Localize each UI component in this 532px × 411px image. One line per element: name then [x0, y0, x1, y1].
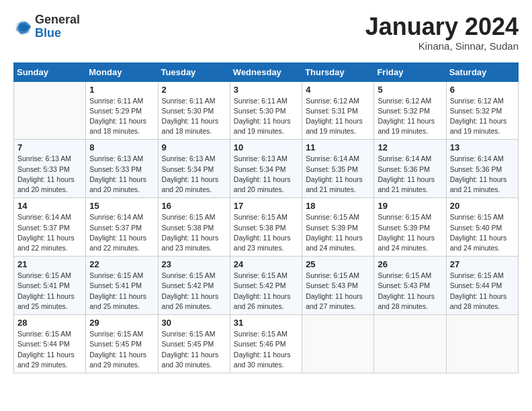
calendar-cell: 2Sunrise: 6:11 AMSunset: 5:30 PMDaylight… [158, 81, 230, 140]
calendar-cell: 22Sunrise: 6:15 AMSunset: 5:41 PMDayligh… [86, 257, 158, 315]
day-info: Sunrise: 6:12 AMSunset: 5:32 PMDaylight:… [450, 96, 515, 137]
calendar-cell: 5Sunrise: 6:12 AMSunset: 5:32 PMDaylight… [374, 81, 446, 140]
calendar-week-row: 28Sunrise: 6:15 AMSunset: 5:44 PMDayligh… [14, 315, 519, 373]
calendar-cell: 8Sunrise: 6:13 AMSunset: 5:33 PMDaylight… [86, 140, 158, 198]
page-header: General Blue January 2024 Kinana, Sinnar… [13, 13, 519, 52]
calendar-cell: 23Sunrise: 6:15 AMSunset: 5:42 PMDayligh… [158, 257, 230, 315]
day-number: 20 [450, 201, 515, 211]
day-number: 14 [17, 201, 82, 211]
calendar-cell: 7Sunrise: 6:13 AMSunset: 5:33 PMDaylight… [14, 140, 86, 198]
logo-general: General [35, 13, 80, 27]
logo: General Blue [13, 13, 80, 40]
calendar-cell: 6Sunrise: 6:12 AMSunset: 5:32 PMDaylight… [446, 81, 518, 140]
weekday-header: Saturday [446, 62, 518, 81]
day-info: Sunrise: 6:14 AMSunset: 5:35 PMDaylight:… [306, 154, 370, 195]
day-info: Sunrise: 6:15 AMSunset: 5:44 PMDaylight:… [450, 271, 515, 312]
calendar-cell [14, 81, 86, 140]
day-number: 25 [306, 259, 370, 269]
day-info: Sunrise: 6:15 AMSunset: 5:46 PMDaylight:… [234, 329, 298, 370]
day-info: Sunrise: 6:13 AMSunset: 5:34 PMDaylight:… [234, 154, 298, 195]
day-info: Sunrise: 6:13 AMSunset: 5:33 PMDaylight:… [17, 154, 82, 195]
calendar-cell: 31Sunrise: 6:15 AMSunset: 5:46 PMDayligh… [230, 315, 302, 373]
day-info: Sunrise: 6:15 AMSunset: 5:44 PMDaylight:… [17, 329, 82, 370]
calendar-cell: 13Sunrise: 6:14 AMSunset: 5:36 PMDayligh… [446, 140, 518, 198]
weekday-header: Monday [86, 62, 158, 81]
day-info: Sunrise: 6:15 AMSunset: 5:39 PMDaylight:… [378, 212, 442, 253]
logo-text: General Blue [35, 13, 80, 40]
day-number: 19 [378, 201, 442, 211]
day-info: Sunrise: 6:13 AMSunset: 5:34 PMDaylight:… [162, 154, 226, 195]
day-info: Sunrise: 6:11 AMSunset: 5:29 PMDaylight:… [89, 96, 154, 137]
calendar-header-row: SundayMondayTuesdayWednesdayThursdayFrid… [14, 62, 519, 81]
calendar-week-row: 14Sunrise: 6:14 AMSunset: 5:37 PMDayligh… [14, 198, 519, 257]
title-block: January 2024 Kinana, Sinnar, Sudan [365, 13, 519, 52]
day-number: 28 [17, 318, 82, 328]
calendar-cell: 30Sunrise: 6:15 AMSunset: 5:45 PMDayligh… [158, 315, 230, 373]
day-info: Sunrise: 6:15 AMSunset: 5:42 PMDaylight:… [234, 271, 298, 312]
calendar-cell: 15Sunrise: 6:14 AMSunset: 5:37 PMDayligh… [86, 198, 158, 257]
calendar-cell: 1Sunrise: 6:11 AMSunset: 5:29 PMDaylight… [86, 81, 158, 140]
day-info: Sunrise: 6:15 AMSunset: 5:40 PMDaylight:… [450, 212, 515, 253]
day-info: Sunrise: 6:15 AMSunset: 5:39 PMDaylight:… [306, 212, 370, 253]
calendar-cell: 17Sunrise: 6:15 AMSunset: 5:38 PMDayligh… [230, 198, 302, 257]
calendar-cell: 18Sunrise: 6:15 AMSunset: 5:39 PMDayligh… [302, 198, 374, 257]
calendar-cell: 14Sunrise: 6:14 AMSunset: 5:37 PMDayligh… [14, 198, 86, 257]
day-number: 7 [17, 142, 82, 152]
calendar-cell: 20Sunrise: 6:15 AMSunset: 5:40 PMDayligh… [446, 198, 518, 257]
day-info: Sunrise: 6:14 AMSunset: 5:37 PMDaylight:… [17, 212, 82, 253]
day-number: 30 [162, 318, 226, 328]
day-number: 21 [17, 259, 82, 269]
day-info: Sunrise: 6:11 AMSunset: 5:30 PMDaylight:… [234, 96, 298, 137]
calendar-cell: 12Sunrise: 6:14 AMSunset: 5:36 PMDayligh… [374, 140, 446, 198]
day-info: Sunrise: 6:15 AMSunset: 5:43 PMDaylight:… [378, 271, 442, 312]
month-title: January 2024 [365, 13, 519, 40]
day-info: Sunrise: 6:12 AMSunset: 5:32 PMDaylight:… [378, 96, 442, 137]
calendar-cell [302, 315, 374, 373]
weekday-header: Wednesday [230, 62, 302, 81]
day-number: 12 [378, 142, 442, 152]
day-info: Sunrise: 6:11 AMSunset: 5:30 PMDaylight:… [162, 96, 226, 137]
day-number: 2 [162, 85, 226, 95]
day-info: Sunrise: 6:14 AMSunset: 5:37 PMDaylight:… [89, 212, 154, 253]
day-number: 17 [234, 201, 298, 211]
calendar-cell: 21Sunrise: 6:15 AMSunset: 5:41 PMDayligh… [14, 257, 86, 315]
weekday-header: Thursday [302, 62, 374, 81]
day-number: 3 [234, 85, 298, 95]
day-number: 5 [378, 85, 442, 95]
calendar-cell: 11Sunrise: 6:14 AMSunset: 5:35 PMDayligh… [302, 140, 374, 198]
day-number: 24 [234, 259, 298, 269]
day-number: 26 [378, 259, 442, 269]
day-info: Sunrise: 6:14 AMSunset: 5:36 PMDaylight:… [450, 154, 515, 195]
day-number: 16 [162, 201, 226, 211]
day-info: Sunrise: 6:15 AMSunset: 5:38 PMDaylight:… [234, 212, 298, 253]
day-number: 15 [89, 201, 154, 211]
weekday-header: Friday [374, 62, 446, 81]
calendar-cell: 27Sunrise: 6:15 AMSunset: 5:44 PMDayligh… [446, 257, 518, 315]
calendar-cell: 24Sunrise: 6:15 AMSunset: 5:42 PMDayligh… [230, 257, 302, 315]
calendar-cell: 25Sunrise: 6:15 AMSunset: 5:43 PMDayligh… [302, 257, 374, 315]
day-number: 27 [450, 259, 515, 269]
day-info: Sunrise: 6:15 AMSunset: 5:41 PMDaylight:… [89, 271, 154, 312]
calendar-cell: 16Sunrise: 6:15 AMSunset: 5:38 PMDayligh… [158, 198, 230, 257]
day-number: 6 [450, 85, 515, 95]
logo-icon [13, 17, 32, 36]
calendar-cell [374, 315, 446, 373]
day-number: 10 [234, 142, 298, 152]
day-info: Sunrise: 6:12 AMSunset: 5:31 PMDaylight:… [306, 96, 370, 137]
calendar-cell: 28Sunrise: 6:15 AMSunset: 5:44 PMDayligh… [14, 315, 86, 373]
calendar-cell: 10Sunrise: 6:13 AMSunset: 5:34 PMDayligh… [230, 140, 302, 198]
day-number: 23 [162, 259, 226, 269]
calendar-cell [446, 315, 518, 373]
day-number: 11 [306, 142, 370, 152]
day-info: Sunrise: 6:14 AMSunset: 5:36 PMDaylight:… [378, 154, 442, 195]
day-info: Sunrise: 6:15 AMSunset: 5:38 PMDaylight:… [162, 212, 226, 253]
day-number: 31 [234, 318, 298, 328]
day-info: Sunrise: 6:15 AMSunset: 5:43 PMDaylight:… [306, 271, 370, 312]
day-number: 1 [89, 85, 154, 95]
day-number: 22 [89, 259, 154, 269]
day-number: 4 [306, 85, 370, 95]
day-info: Sunrise: 6:15 AMSunset: 5:45 PMDaylight:… [89, 329, 154, 370]
calendar-week-row: 21Sunrise: 6:15 AMSunset: 5:41 PMDayligh… [14, 257, 519, 315]
calendar-cell: 4Sunrise: 6:12 AMSunset: 5:31 PMDaylight… [302, 81, 374, 140]
day-number: 29 [89, 318, 154, 328]
